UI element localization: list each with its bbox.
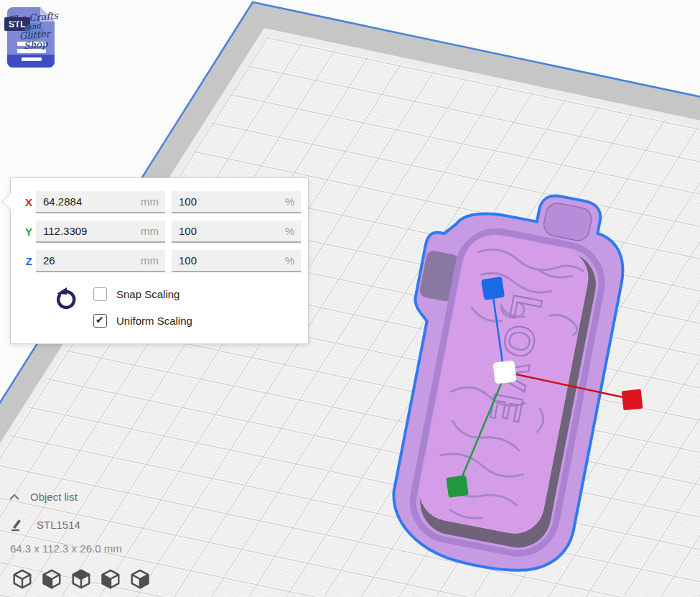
z-percent-input[interactable] (172, 250, 301, 271)
stl-file-fold-icon (40, 7, 55, 22)
view-right-icon[interactable] (129, 568, 151, 590)
snap-scaling-checkbox[interactable] (93, 287, 107, 301)
scale-tool-panel: X mm % Y mm % Z mm % (10, 177, 309, 344)
object-list-item[interactable]: STL1514 (9, 517, 80, 532)
view-3d-icon[interactable] (11, 568, 33, 590)
z-size-input[interactable] (36, 250, 165, 271)
uniform-scaling-checkbox[interactable] (93, 314, 107, 328)
y-axis-label: Y (11, 226, 32, 238)
y-scale-handle[interactable] (446, 475, 469, 498)
scale-row-x: X mm % (11, 191, 308, 213)
x-size-input[interactable] (36, 191, 165, 212)
scale-row-y: Y mm % (11, 221, 308, 243)
view-left-icon[interactable] (100, 568, 121, 590)
snap-scaling-label: Snap Scaling (116, 288, 179, 300)
z-axis-label: Z (11, 255, 32, 267)
z-scale-handle[interactable] (481, 277, 505, 300)
chevron-up-icon[interactable] (9, 494, 20, 501)
y-percent-input[interactable] (172, 221, 301, 241)
y-size-input[interactable] (36, 221, 165, 241)
uniform-scaling-label: Uniform Scaling (116, 315, 192, 327)
camera-view-toolbar (11, 568, 151, 590)
shop-logo: STL The Crafts and Glitter Shop (6, 4, 63, 70)
x-percent-input[interactable] (172, 191, 301, 212)
object-name: STL1514 (37, 519, 80, 531)
pencil-icon (9, 517, 25, 532)
view-top-icon[interactable] (70, 568, 92, 590)
scale-row-z: Z mm % (11, 250, 308, 272)
object-list-header[interactable]: Object list (9, 491, 78, 503)
view-front-icon[interactable] (41, 568, 62, 590)
reset-scale-button[interactable] (54, 286, 78, 313)
object-list-title: Object list (30, 491, 78, 503)
center-scale-handle[interactable] (493, 360, 516, 384)
x-scale-handle[interactable] (622, 389, 643, 411)
object-dimensions: 64.3 x 112.3 x 26.0 mm (10, 542, 122, 555)
x-axis-label: X (11, 196, 32, 208)
